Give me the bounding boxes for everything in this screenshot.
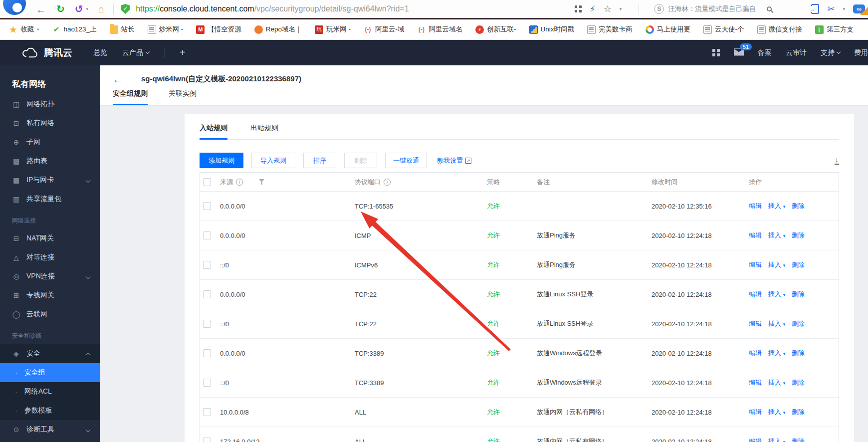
edit-link[interactable]: 编辑 (749, 202, 762, 210)
bookmark-item[interactable]: ★ 收藏 ▾ (9, 25, 39, 34)
row-checkbox[interactable] (203, 261, 211, 269)
select-all-checkbox[interactable] (203, 178, 211, 186)
chevron-down-icon[interactable]: ▾ (783, 440, 786, 442)
info-icon[interactable]: i (236, 179, 243, 186)
insert-link[interactable]: 插入 (768, 408, 781, 416)
ssl-shield-icon[interactable]: ✓ (121, 4, 130, 14)
delete-button[interactable]: 删除 (344, 153, 377, 168)
sidebar-item-direct-connect[interactable]: ⊞ 专线网关 (0, 286, 100, 305)
edit-link[interactable]: 编辑 (749, 231, 762, 239)
back-icon[interactable]: ← (36, 4, 46, 14)
edit-link[interactable]: 编辑 (749, 320, 762, 327)
insert-link[interactable]: 插入 (768, 290, 781, 298)
delete-link[interactable]: 删除 (792, 438, 805, 442)
delete-link[interactable]: 删除 (792, 349, 805, 357)
undo-icon[interactable]: ↺ (75, 4, 83, 14)
undo-dropdown-icon[interactable]: ▾ (86, 6, 89, 11)
sort-button[interactable]: 排序 (303, 153, 336, 168)
edit-link[interactable]: 编辑 (749, 438, 762, 442)
chevron-down-icon[interactable]: ▾ (783, 381, 786, 386)
edit-link[interactable]: 编辑 (749, 261, 762, 268)
delete-link[interactable]: 删除 (792, 202, 805, 210)
sidebar-item-parameter-template[interactable]: · 参数模板 (0, 401, 100, 420)
bookmark-item[interactable]: 玩 玩米网 - (315, 25, 351, 34)
screenshot-scissors-icon[interactable]: ✂ (827, 3, 835, 14)
sidebar-item-network-topology[interactable]: ◫ 网络拓扑 (0, 95, 100, 114)
sidebar-item-ip-nic[interactable]: ▦ IP与网卡 (0, 171, 100, 190)
sidebar-item-nat-gateway[interactable]: ⊟ NAT网关 (0, 229, 100, 248)
bookmark-item[interactable]: ✔ hao123_上 (52, 25, 97, 34)
row-checkbox[interactable] (203, 379, 211, 387)
chevron-down-icon[interactable]: ▾ (783, 263, 786, 268)
console-tools-icon[interactable] (712, 49, 720, 56)
nav-beian[interactable]: 备案 (758, 48, 772, 57)
chevron-down-icon[interactable]: ▾ (843, 6, 845, 11)
sidebar-item-vpn[interactable]: ◎ VPN连接 (0, 267, 100, 286)
row-checkbox[interactable] (203, 290, 211, 298)
bookmark-item[interactable]: ∥ 第三方支 (815, 25, 854, 34)
download-icon[interactable]: ↓ (835, 156, 840, 165)
tab-inbound-rules[interactable]: 入站规则 (200, 124, 227, 140)
qrcode-icon[interactable] (575, 5, 582, 12)
bookmark-item[interactable]: (-) 阿里云域名 (418, 25, 463, 34)
bookmark-item[interactable]: M 【悟空资源 (196, 25, 241, 34)
delete-link[interactable]: 删除 (792, 290, 805, 298)
messages-button[interactable]: 51 (734, 48, 744, 57)
edit-link[interactable]: 编辑 (749, 379, 762, 386)
row-checkbox[interactable] (203, 438, 211, 442)
insert-link[interactable]: 插入 (768, 438, 781, 442)
back-button[interactable]: ← (113, 74, 123, 84)
bookmark-item[interactable]: 站长 (110, 25, 135, 34)
nav-products[interactable]: 云产品 (122, 48, 149, 57)
sidebar-item-ccn[interactable]: ◯ 云联网 (0, 305, 100, 324)
sidebar-item-diagnostic-tools[interactable]: ⊙ 诊断工具 (0, 420, 100, 439)
chevron-down-icon[interactable]: ▾ (783, 410, 786, 415)
edit-link[interactable]: 编辑 (749, 290, 762, 298)
row-checkbox[interactable] (203, 320, 211, 328)
bookmark-item[interactable]: (-) 阿里云-域 (364, 25, 405, 34)
sidebar-item-route-table[interactable]: ▤ 路由表 (0, 152, 100, 171)
nav-cloud-audit[interactable]: 云审计 (786, 48, 807, 57)
tab-security-group-rules[interactable]: 安全组规则 (113, 89, 148, 105)
row-checkbox[interactable] (203, 349, 211, 357)
delete-link[interactable]: 删除 (792, 379, 805, 386)
insert-link[interactable]: 插入 (768, 231, 781, 239)
chevron-down-icon[interactable]: ▾ (783, 322, 786, 327)
row-checkbox[interactable] (203, 202, 211, 210)
bookmark-item[interactable]: 微信支付接 (757, 25, 803, 34)
speed-icon[interactable]: ⚡ (590, 4, 596, 14)
refresh-icon[interactable]: ↻ (56, 4, 65, 14)
browser-logo[interactable] (3, 0, 26, 15)
send-to-phone-icon[interactable] (811, 4, 819, 14)
sidebar-item-vpc[interactable]: ⊡ 私有网络 (0, 114, 100, 133)
browser-search-box[interactable]: S 汪海林：流量模式是自己骗自 (654, 4, 779, 14)
delete-link[interactable]: 删除 (792, 231, 805, 239)
sidebar-item-security[interactable]: ◈ 安全 (0, 344, 100, 363)
bookmark-item[interactable]: Unix时间戳 (529, 25, 575, 34)
favorite-icon[interactable]: ☆ (604, 3, 612, 14)
nav-billing[interactable]: 费用 (854, 48, 868, 57)
chevron-down-icon[interactable]: ▾ (783, 351, 786, 356)
delete-link[interactable]: 删除 (792, 408, 805, 416)
sidebar-item-network-acl[interactable]: · 网络ACL (0, 382, 100, 401)
insert-link[interactable]: 插入 (768, 261, 781, 268)
chevron-down-icon[interactable]: ▾ (783, 233, 786, 238)
insert-link[interactable]: 插入 (768, 202, 781, 210)
bookmark-item[interactable]: 马上使用更 (646, 25, 691, 34)
insert-link[interactable]: 插入 (768, 349, 781, 357)
nav-overview[interactable]: 总览 (93, 48, 107, 57)
delete-link[interactable]: 删除 (792, 261, 805, 268)
sidebar-item-peering[interactable]: △ 对等连接 (0, 248, 100, 267)
chevron-down-icon[interactable]: ▾ (783, 204, 786, 209)
add-shortcut-button[interactable]: + (180, 47, 186, 58)
import-rule-button[interactable]: 导入规则 (251, 153, 295, 168)
tab-outbound-rules[interactable]: 出站规则 (250, 124, 278, 140)
row-checkbox[interactable] (203, 408, 211, 416)
tencent-cloud-logo[interactable]: 腾讯云 (22, 46, 72, 59)
chevron-down-icon[interactable]: ▾ (783, 292, 786, 297)
row-checkbox[interactable] (203, 231, 211, 239)
open-all-button[interactable]: 一键放通 (385, 153, 427, 168)
delete-link[interactable]: 删除 (792, 320, 805, 327)
bookmark-item[interactable]: 云大使-个 (703, 25, 744, 34)
bookmark-item[interactable]: 完美数卡商 (587, 25, 633, 34)
